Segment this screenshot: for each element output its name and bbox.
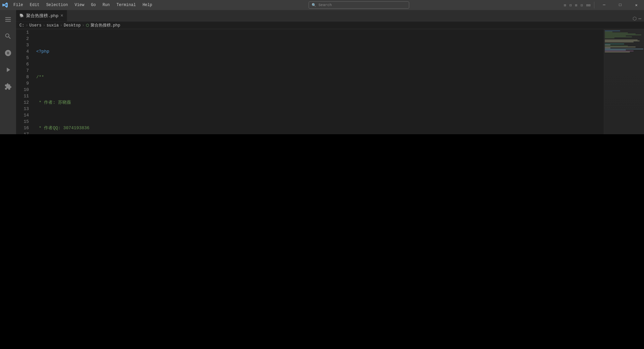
title-bar-center: 🔍 Search bbox=[156, 1, 563, 9]
minimap-line-6 bbox=[605, 36, 626, 36]
layout-icon-4[interactable]: ⊡ bbox=[579, 0, 584, 10]
breadcrumb-filename: 聚合热搜榜.php bbox=[91, 22, 120, 28]
code-line-2: /** bbox=[36, 74, 604, 80]
menu-bar: File Edit Selection View Go Run Terminal… bbox=[10, 0, 156, 10]
breadcrumb-c[interactable]: C: bbox=[19, 23, 24, 28]
title-bar-right: ⊞ ⊟ ⊠ ⊡ ⊞⊞ — □ ✕ bbox=[562, 0, 644, 10]
line-num-12: 12 bbox=[16, 99, 29, 106]
minimap-line-12 bbox=[605, 42, 634, 42]
line-num-4: 4 bbox=[16, 48, 29, 55]
bottom-black-area bbox=[0, 134, 644, 349]
minimap-line-20 bbox=[605, 50, 626, 50]
line-num-9: 9 bbox=[16, 80, 29, 87]
tab-label: 聚合热搜榜.php bbox=[26, 13, 58, 19]
layout-icon-2[interactable]: ⊟ bbox=[568, 0, 573, 10]
line-num-16: 16 bbox=[16, 125, 29, 131]
tab-close-button[interactable]: × bbox=[60, 13, 63, 18]
line-num-11: 11 bbox=[16, 93, 29, 99]
layout-icon-1[interactable]: ⊞ bbox=[562, 0, 568, 10]
close-button[interactable]: ✕ bbox=[629, 0, 644, 10]
breadcrumb-desktop[interactable]: Desktop bbox=[64, 23, 80, 28]
line-num-13: 13 bbox=[16, 106, 29, 112]
minimize-button[interactable]: — bbox=[596, 0, 612, 10]
breadcrumb: C: › Users › suxia › Desktop › ⬡ 聚合热搜榜.p… bbox=[16, 22, 644, 29]
line-num-3: 3 bbox=[16, 42, 29, 48]
search-icon: 🔍 bbox=[312, 3, 316, 7]
minimap-line-11 bbox=[605, 41, 640, 41]
more-actions-icon[interactable]: ⋯ bbox=[639, 16, 641, 21]
maximize-button[interactable]: □ bbox=[612, 0, 628, 10]
menu-go[interactable]: Go bbox=[88, 0, 99, 10]
open-in-editor-icon[interactable]: ⬡ bbox=[633, 16, 637, 21]
code-line-3: * 作者: 苏晓薇 bbox=[36, 99, 604, 106]
minimap-line-5 bbox=[605, 35, 641, 35]
code-line-1: <?php bbox=[36, 48, 604, 55]
line-num-8: 8 bbox=[16, 74, 29, 80]
layout-icon-3[interactable]: ⊠ bbox=[574, 0, 579, 10]
minimap-line-4 bbox=[605, 34, 636, 34]
minimap-line-7 bbox=[605, 37, 632, 37]
activity-debug[interactable] bbox=[0, 62, 16, 78]
search-bar[interactable]: 🔍 Search bbox=[309, 1, 409, 9]
menu-edit[interactable]: Edit bbox=[26, 0, 43, 10]
activity-explorer[interactable] bbox=[0, 11, 16, 28]
minimap-line-16 bbox=[605, 46, 628, 46]
minimap-line-9 bbox=[605, 39, 607, 39]
line-num-5: 5 bbox=[16, 55, 29, 61]
line-num-14: 14 bbox=[16, 112, 29, 118]
activity-git[interactable] bbox=[0, 45, 16, 61]
line-num-15: 15 bbox=[16, 118, 29, 125]
minimap-line-17 bbox=[605, 47, 636, 47]
minimap-line-21 bbox=[605, 51, 634, 51]
minimap-line-19 bbox=[605, 49, 643, 49]
minimap-line-22 bbox=[605, 52, 630, 52]
line-num-6: 6 bbox=[16, 61, 29, 67]
tab-bar: 🐘 聚合热搜榜.php × ⬡ ⋯ bbox=[16, 10, 644, 22]
minimap-line-15 bbox=[605, 45, 610, 45]
tab-php-file[interactable]: 🐘 聚合热搜榜.php × bbox=[16, 10, 67, 21]
menu-selection[interactable]: Selection bbox=[43, 0, 71, 10]
menu-file[interactable]: File bbox=[10, 0, 26, 10]
activity-search[interactable] bbox=[0, 28, 16, 44]
menu-run[interactable]: Run bbox=[99, 0, 113, 10]
minimap-line-18 bbox=[605, 48, 610, 48]
minimap-line-1 bbox=[605, 31, 620, 31]
minimap-line-2 bbox=[605, 32, 612, 32]
menu-terminal[interactable]: Terminal bbox=[113, 0, 139, 10]
line-num-1: 1 bbox=[16, 29, 29, 36]
search-placeholder: Search bbox=[318, 3, 332, 7]
code-line-4: * 作者QQ: 3074193836 bbox=[36, 125, 604, 131]
line-num-10: 10 bbox=[16, 87, 29, 93]
minimap-line-3 bbox=[605, 33, 628, 33]
line-num-7: 7 bbox=[16, 67, 29, 74]
minimap-line-8 bbox=[605, 38, 614, 38]
vscode-logo bbox=[0, 0, 10, 10]
php-file-icon: 🐘 bbox=[19, 13, 24, 18]
title-bar: File Edit Selection View Go Run Terminal… bbox=[0, 0, 644, 10]
title-bar-left: File Edit Selection View Go Run Terminal… bbox=[0, 0, 156, 10]
minimap-line-10 bbox=[605, 40, 638, 40]
line-num-2: 2 bbox=[16, 36, 29, 42]
minimap-line-14 bbox=[605, 44, 624, 44]
menu-view[interactable]: View bbox=[71, 0, 88, 10]
layout-icon-5[interactable]: ⊞⊞ bbox=[585, 0, 592, 10]
activity-extensions[interactable] bbox=[0, 79, 16, 95]
minimap-lines bbox=[604, 29, 644, 54]
minimap-line-13 bbox=[605, 43, 607, 43]
breadcrumb-users[interactable]: Users bbox=[30, 23, 42, 28]
breadcrumb-suxia[interactable]: suxia bbox=[47, 23, 59, 28]
breadcrumb-file-icon: ⬡ bbox=[86, 23, 89, 28]
menu-help[interactable]: Help bbox=[139, 0, 156, 10]
